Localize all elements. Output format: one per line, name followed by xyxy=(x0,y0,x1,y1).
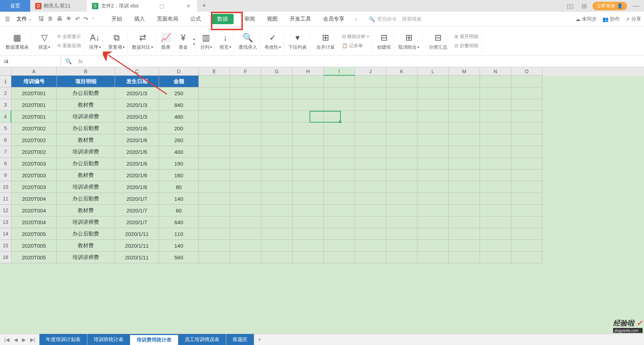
empty-cell[interactable] xyxy=(230,205,261,216)
empty-cell[interactable] xyxy=(355,205,386,216)
tab-layout[interactable]: 页面布局 xyxy=(155,14,180,24)
empty-cell[interactable] xyxy=(417,146,449,158)
empty-cell[interactable] xyxy=(199,87,230,99)
empty-cell[interactable] xyxy=(293,181,324,193)
empty-cell[interactable] xyxy=(511,111,542,123)
data-cell[interactable]: 培训讲师费 xyxy=(57,181,115,193)
empty-cell[interactable] xyxy=(417,181,449,193)
empty-cell[interactable] xyxy=(511,240,542,252)
sheet-tab-2[interactable]: 培训费用统计表 xyxy=(130,334,178,345)
data-cell[interactable]: 办公后勤费 xyxy=(57,87,115,99)
data-cell[interactable]: 2020/1/6 xyxy=(115,146,159,158)
empty-cell[interactable] xyxy=(480,216,511,228)
empty-cell[interactable] xyxy=(230,193,261,205)
data-cell[interactable]: 140 xyxy=(159,240,199,252)
empty-cell[interactable] xyxy=(199,181,230,193)
data-cell[interactable]: 2020T002 xyxy=(11,123,57,134)
empty-cell[interactable] xyxy=(293,169,324,181)
empty-cell[interactable] xyxy=(449,228,480,240)
empty-cell[interactable] xyxy=(199,123,230,134)
login-button[interactable]: 立即登录 👤 xyxy=(593,2,627,10)
column-header-N[interactable]: N xyxy=(480,67,511,76)
data-type-more[interactable]: ▴▾ xyxy=(192,29,196,54)
data-cell[interactable]: 140 xyxy=(159,193,199,205)
data-cell[interactable]: 2020/1/11 xyxy=(115,228,159,240)
row-header-6[interactable]: 6 xyxy=(0,134,11,146)
empty-cell[interactable] xyxy=(480,111,511,123)
column-header-J[interactable]: J xyxy=(355,67,386,76)
file-menu[interactable]: 文件 ⌄ xyxy=(14,16,33,22)
empty-cell[interactable] xyxy=(261,240,293,252)
empty-cell[interactable] xyxy=(230,99,261,111)
data-cell[interactable]: 2020/1/7 xyxy=(115,193,159,205)
data-cell[interactable]: 2020T004 xyxy=(11,216,57,228)
data-cell[interactable]: 190 xyxy=(159,158,199,169)
empty-cell[interactable] xyxy=(261,193,293,205)
table-header-cell[interactable]: 项目明细 xyxy=(57,76,115,87)
empty-cell[interactable] xyxy=(324,146,355,158)
sheet-tab-0[interactable]: 年度培训计划表 xyxy=(39,334,87,345)
data-cell[interactable]: 2020/1/11 xyxy=(115,252,159,263)
empty-cell[interactable] xyxy=(480,193,511,205)
name-box[interactable]: I4 xyxy=(0,56,61,67)
column-header-H[interactable]: H xyxy=(293,67,324,76)
empty-cell[interactable] xyxy=(449,134,480,146)
empty-cell[interactable] xyxy=(417,228,449,240)
empty-cell[interactable] xyxy=(199,99,230,111)
row-header-7[interactable]: 7 xyxy=(0,146,11,158)
empty-cell[interactable] xyxy=(261,216,293,228)
cells-area[interactable]: 培训编号项目明细发生日期金额2020T001办公后勤费2020/1/325020… xyxy=(11,76,542,263)
row-header-14[interactable]: 14 xyxy=(0,228,11,240)
empty-cell[interactable] xyxy=(511,228,542,240)
data-cell[interactable]: 640 xyxy=(159,216,199,228)
save-icon[interactable]: 🖫 xyxy=(38,16,44,22)
data-cell[interactable]: 培训讲师费 xyxy=(57,111,115,123)
empty-cell[interactable] xyxy=(449,111,480,123)
hamburger-icon[interactable]: ☰ xyxy=(3,16,12,22)
empty-cell[interactable] xyxy=(324,158,355,169)
empty-cell[interactable] xyxy=(293,123,324,134)
undo-icon[interactable]: ↶ xyxy=(75,16,80,22)
tab-data[interactable]: 数据 xyxy=(212,14,234,24)
empty-cell[interactable] xyxy=(355,158,386,169)
layout-icon[interactable]: ▯▯ xyxy=(564,2,576,10)
sheet-tab-3[interactable]: 员工培训情况表 xyxy=(178,334,226,345)
empty-cell[interactable] xyxy=(480,240,511,252)
empty-cell[interactable] xyxy=(480,99,511,111)
empty-cell[interactable] xyxy=(480,181,511,193)
empty-cell[interactable] xyxy=(386,146,417,158)
tab-member[interactable]: 会员专享 xyxy=(322,14,346,24)
empty-cell[interactable] xyxy=(417,205,449,216)
empty-cell[interactable] xyxy=(417,87,449,99)
empty-cell[interactable] xyxy=(230,87,261,99)
data-cell[interactable]: 2020/1/3 xyxy=(115,99,159,111)
empty-cell[interactable] xyxy=(261,87,293,99)
sheet-tab-4[interactable]: 答题区 xyxy=(226,334,254,345)
empty-cell[interactable] xyxy=(324,181,355,193)
empty-cell[interactable] xyxy=(261,111,293,123)
data-cell[interactable]: 2020T002 xyxy=(11,146,57,158)
empty-cell[interactable] xyxy=(230,240,261,252)
simulation-button[interactable]: ⊟模拟分析▾ xyxy=(340,33,370,41)
empty-cell[interactable] xyxy=(355,123,386,134)
empty-cell[interactable] xyxy=(449,123,480,134)
empty-cell[interactable] xyxy=(293,87,324,99)
empty-cell[interactable] xyxy=(230,252,261,263)
empty-cell[interactable] xyxy=(324,134,355,146)
empty-cell[interactable] xyxy=(511,76,542,87)
ungroup-button[interactable]: ⊞ 取消组合▾ xyxy=(395,29,422,54)
stock-button[interactable]: 📈 股票 xyxy=(158,29,174,54)
row-header-11[interactable]: 11 xyxy=(0,193,11,205)
empty-cell[interactable] xyxy=(480,252,511,263)
data-cell[interactable]: 教材费 xyxy=(57,240,115,252)
data-cell[interactable]: 400 xyxy=(159,146,199,158)
data-cell[interactable]: 2020T005 xyxy=(11,228,57,240)
data-cell[interactable]: 200 xyxy=(159,123,199,134)
data-cell[interactable]: 2020/1/6 xyxy=(115,181,159,193)
empty-cell[interactable] xyxy=(324,252,355,263)
empty-cell[interactable] xyxy=(511,169,542,181)
empty-cell[interactable] xyxy=(324,240,355,252)
pivot-button[interactable]: ▦ 数据透视表 xyxy=(3,29,32,54)
share-button[interactable]: ↗ 分享 xyxy=(626,16,641,22)
group-button[interactable]: ⊟ 创建组 xyxy=(374,29,394,54)
